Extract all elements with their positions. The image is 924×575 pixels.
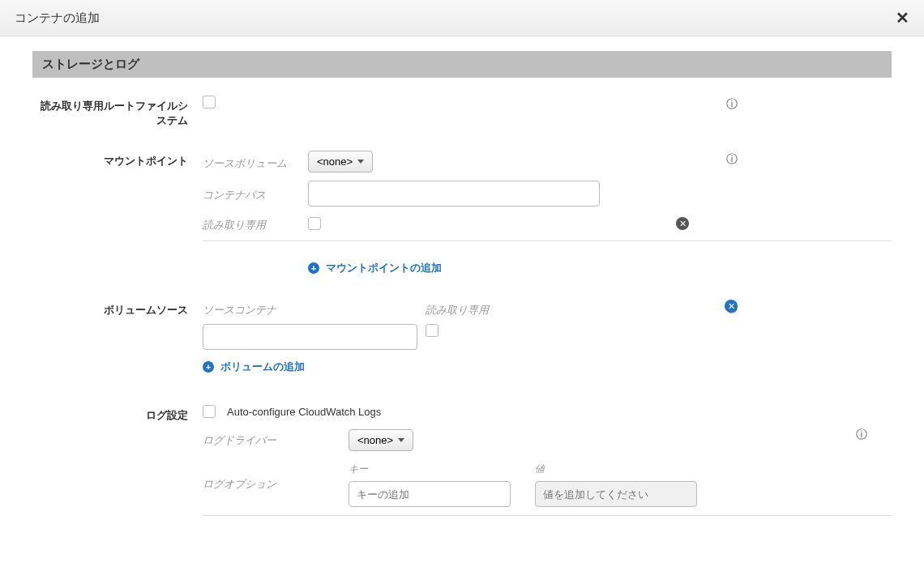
section-header-storage-log: ストレージとログ [32,51,892,78]
label-mount-readonly: 読み取り専用 [203,215,308,232]
add-volume-wrapper: + ボリュームの追加 [203,360,892,374]
content-mount-points: ⓘ ソースボリューム <none> コンテナパス 読み取り専用 ✕ [203,151,892,254]
checkbox-volume-readonly[interactable] [426,324,438,337]
mount-readonly-row: 読み取り専用 ✕ [203,215,892,232]
add-mount-point-label: マウントポイントの追加 [326,261,442,275]
modal-header: コンテナの追加 ✕ [0,0,924,36]
checkbox-auto-configure-cloudwatch[interactable] [203,405,216,418]
volume-readonly-col: 読み取り専用 [426,300,489,337]
add-volume-label: ボリュームの追加 [220,360,305,374]
dropdown-source-volume-value: <none> [317,155,353,168]
checkbox-mount-readonly[interactable] [308,217,321,230]
info-icon[interactable]: ⓘ [726,97,738,112]
row-log-config: ログ設定 Auto-configure CloudWatch Logs ⓘ ログ… [32,405,892,529]
content-log-config: Auto-configure CloudWatch Logs ⓘ ログドライバー… [203,405,892,529]
remove-mount-icon[interactable]: ✕ [676,217,689,230]
label-volume-source: ボリュームソース [32,300,203,317]
label-log-value: 値 [535,462,697,476]
label-log-options: ログオプション [203,459,349,492]
row-readonly-rootfs: 読み取り専用ルートファイルシステム ⓘ [32,96,892,128]
label-source-volume: ソースボリューム [203,153,308,171]
modal-content: ストレージとログ 読み取り専用ルートファイルシステム ⓘ マウントポイント ⓘ … [0,36,924,552]
label-log-config: ログ設定 [32,405,203,423]
chevron-down-icon [398,438,404,442]
input-source-container[interactable] [203,324,417,350]
modal-title: コンテナの追加 [15,11,100,26]
log-options-row: ログオプション キー 値 [203,459,892,507]
auto-configure-label: Auto-configure CloudWatch Logs [227,406,381,418]
dropdown-log-driver-value: <none> [357,434,393,446]
content-volume-source: ⓘ ソースコンテナ 読み取り専用 ✕ + ボリュームの追加 [203,300,892,398]
log-key-col: キー [349,462,511,507]
input-log-key[interactable] [349,481,511,507]
volume-entry-row: ソースコンテナ 読み取り専用 ✕ [203,300,892,350]
label-container-path: コンテナパス [203,185,308,202]
row-volume-source: ボリュームソース ⓘ ソースコンテナ 読み取り専用 ✕ + ボリュームの追加 [32,300,892,398]
mount-source-volume-row: ソースボリューム <none> [203,151,892,172]
row-mount-points: マウントポイント ⓘ ソースボリューム <none> コンテナパス 読み取り専用… [32,151,892,254]
log-key-value-row: キー 値 [349,462,697,507]
add-mount-point-wrapper: + マウントポイントの追加 [308,261,892,275]
label-readonly-rootfs: 読み取り専用ルートファイルシステム [32,96,203,128]
log-value-col: 値 [535,462,697,507]
input-log-value[interactable] [535,481,697,507]
mount-container-path-row: コンテナパス [203,181,892,207]
log-driver-row: ログドライバー <none> [203,429,892,451]
input-container-path[interactable] [308,181,600,207]
chevron-down-icon [357,160,364,164]
dropdown-source-volume[interactable]: <none> [308,151,373,172]
divider [203,515,892,516]
label-source-container: ソースコンテナ [203,300,417,317]
label-mount-points: マウントポイント [32,151,203,168]
close-icon[interactable]: ✕ [896,8,909,28]
label-volume-readonly: 読み取り専用 [426,300,489,317]
dropdown-log-driver[interactable]: <none> [349,429,413,451]
label-log-driver: ログドライバー [203,433,349,448]
volume-source-container-col: ソースコンテナ [203,300,417,350]
divider [203,241,892,241]
content-readonly-rootfs: ⓘ [203,96,892,109]
plus-icon: + [308,262,319,274]
add-volume-button[interactable]: + ボリュームの追加 [203,360,305,374]
checkbox-readonly-rootfs[interactable] [203,96,216,109]
auto-configure-row: Auto-configure CloudWatch Logs [203,405,892,418]
add-mount-point-button[interactable]: + マウントポイントの追加 [308,261,442,275]
label-log-key: キー [349,462,511,476]
plus-icon: + [203,361,214,373]
remove-volume-icon[interactable]: ✕ [725,300,738,313]
